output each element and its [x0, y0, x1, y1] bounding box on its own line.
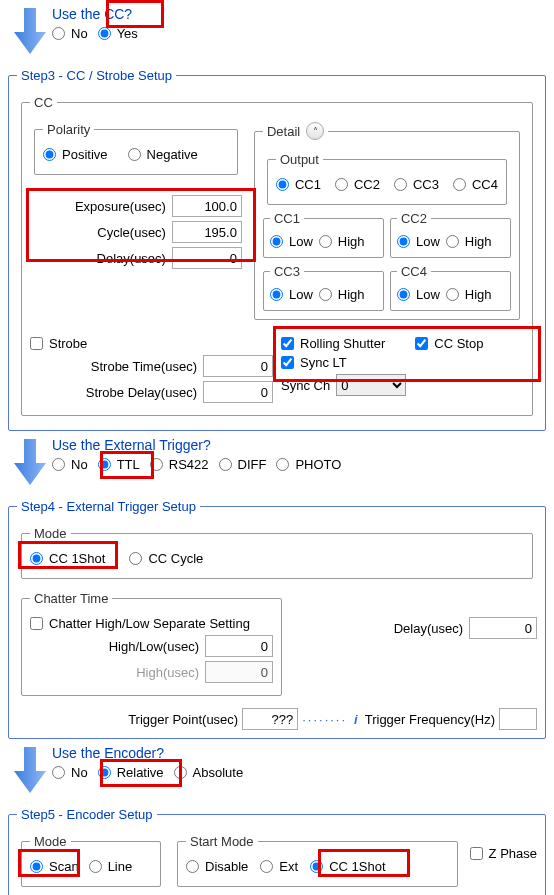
- sync-ch-label: Sync Ch: [281, 378, 330, 393]
- use-cc-no[interactable]: No: [52, 26, 88, 41]
- strobe-delay-input[interactable]: [203, 381, 273, 403]
- sync-lt-checkbox[interactable]: Sync LT: [281, 355, 347, 370]
- mode-cccycle[interactable]: CC Cycle: [129, 551, 203, 566]
- polarity-fieldset: Polarity Positive Negative: [34, 122, 238, 175]
- cc1-fieldset: CC1LowHigh: [263, 211, 384, 258]
- step5-fieldset: Step5 - Encoder Setup Mode Scan Line Sta…: [8, 807, 546, 895]
- step4-mode-legend: Mode: [30, 526, 71, 541]
- cc3-fieldset: CC3LowHigh: [263, 264, 384, 311]
- start-cc1shot[interactable]: CC 1Shot: [310, 859, 385, 874]
- start-ext[interactable]: Ext: [260, 859, 298, 874]
- step5-legend: Step5 - Encoder Setup: [17, 807, 157, 822]
- use-cc-yes[interactable]: Yes: [98, 26, 138, 41]
- step4-fieldset: Step4 - External Trigger Setup Mode CC 1…: [8, 499, 546, 739]
- enc-relative[interactable]: Relative: [98, 765, 164, 780]
- mode-cc1shot[interactable]: CC 1Shot: [30, 551, 105, 566]
- high-label: High(usec): [136, 665, 199, 680]
- high-input: [205, 661, 273, 683]
- strobe-checkbox[interactable]: Strobe: [30, 336, 87, 351]
- ext-ttl[interactable]: TTL: [98, 457, 140, 472]
- sync-ch-select[interactable]: 0: [336, 374, 406, 396]
- cc3-low[interactable]: Low: [270, 287, 313, 302]
- strobe-time-label: Strobe Time(usec): [91, 359, 197, 374]
- cc2-high[interactable]: High: [446, 234, 492, 249]
- cc1-low[interactable]: Low: [270, 234, 313, 249]
- polarity-legend: Polarity: [43, 122, 94, 137]
- cc2-fieldset: CC2LowHigh: [390, 211, 511, 258]
- step5-mode-legend: Mode: [30, 834, 71, 849]
- exposure-input[interactable]: [172, 195, 242, 217]
- cc-delay-input[interactable]: [172, 247, 242, 269]
- output-cc1[interactable]: CC1: [276, 177, 321, 192]
- output-fieldset: Output CC1 CC2 CC3 CC4: [267, 152, 507, 205]
- cc3-high[interactable]: High: [319, 287, 365, 302]
- cc-stop-checkbox[interactable]: CC Stop: [415, 336, 483, 351]
- output-cc3[interactable]: CC3: [394, 177, 439, 192]
- triggerpt-label: Trigger Point(usec): [128, 712, 238, 727]
- collapse-up-icon[interactable]: ˄: [306, 122, 324, 140]
- info-icon: i: [351, 712, 361, 727]
- cc4-fieldset: CC4LowHigh: [390, 264, 511, 311]
- enc-absolute[interactable]: Absolute: [174, 765, 244, 780]
- output-legend: Output: [276, 152, 323, 167]
- output-cc4[interactable]: CC4: [453, 177, 498, 192]
- ext-diff[interactable]: DIFF: [219, 457, 267, 472]
- step4-legend: Step4 - External Trigger Setup: [17, 499, 200, 514]
- step4-delay-label: Delay(usec): [394, 621, 463, 636]
- zphase-checkbox[interactable]: Z Phase: [470, 846, 537, 861]
- highlow-input[interactable]: [205, 635, 273, 657]
- chatter-separate-checkbox[interactable]: Chatter High/Low Separate Setting: [30, 616, 250, 631]
- enc-mode-scan[interactable]: Scan: [30, 859, 79, 874]
- cycle-input[interactable]: [172, 221, 242, 243]
- enc-mode-line[interactable]: Line: [89, 859, 133, 874]
- cycle-label: Cycle(usec): [97, 225, 166, 240]
- cc1-high[interactable]: High: [319, 234, 365, 249]
- step4-delay-input[interactable]: [469, 617, 537, 639]
- rolling-shutter-checkbox[interactable]: Rolling Shutter: [281, 336, 385, 351]
- step5-mode-fieldset: Mode Scan Line: [21, 834, 161, 887]
- strobe-time-input[interactable]: [203, 355, 273, 377]
- ext-rs422[interactable]: RS422: [150, 457, 209, 472]
- cc-legend: CC: [30, 95, 57, 110]
- chatter-legend: Chatter Time: [30, 591, 112, 606]
- cc-delay-label: Delay(usec): [97, 251, 166, 266]
- highlow-label: High/Low(usec): [109, 639, 199, 654]
- cc4-high[interactable]: High: [446, 287, 492, 302]
- step5-start-fieldset: Start Mode Disable Ext CC 1Shot: [177, 834, 458, 887]
- step3-fieldset: Step3 - CC / Strobe Setup CC Polarity Po…: [8, 68, 546, 431]
- step4-mode-fieldset: Mode CC 1Shot CC Cycle: [21, 526, 533, 579]
- detail-fieldset: Detail ˄ Output CC1 CC2 CC3 CC4 CC1Low: [254, 122, 520, 320]
- dotted-separator: ········: [302, 712, 347, 727]
- cc2-low[interactable]: Low: [397, 234, 440, 249]
- ext-photo[interactable]: PHOTO: [276, 457, 341, 472]
- freq-input[interactable]: [499, 708, 537, 730]
- freq-label: Trigger Frequency(Hz): [365, 712, 495, 727]
- use-enc-question: Use the Encoder?: [52, 745, 550, 761]
- exposure-label: Exposure(usec): [75, 199, 166, 214]
- ext-no[interactable]: No: [52, 457, 88, 472]
- cc-fieldset: CC Polarity Positive Negative Exposure(u…: [21, 95, 533, 416]
- step3-legend: Step3 - CC / Strobe Setup: [17, 68, 176, 83]
- arrow-down-icon: [10, 747, 50, 795]
- cc4-low[interactable]: Low: [397, 287, 440, 302]
- triggerpt-input[interactable]: [242, 708, 298, 730]
- output-cc2[interactable]: CC2: [335, 177, 380, 192]
- strobe-delay-label: Strobe Delay(usec): [86, 385, 197, 400]
- arrow-down-icon: [10, 439, 50, 487]
- step5-start-legend: Start Mode: [186, 834, 258, 849]
- use-ext-question: Use the External Trigger?: [52, 437, 550, 453]
- polarity-negative[interactable]: Negative: [128, 147, 198, 162]
- enc-no[interactable]: No: [52, 765, 88, 780]
- arrow-down-icon: [10, 8, 50, 56]
- polarity-positive[interactable]: Positive: [43, 147, 108, 162]
- chatter-fieldset: Chatter Time Chatter High/Low Separate S…: [21, 591, 282, 696]
- use-cc-question: Use the CC?: [52, 6, 550, 22]
- detail-label: Detail: [267, 124, 300, 139]
- start-disable[interactable]: Disable: [186, 859, 248, 874]
